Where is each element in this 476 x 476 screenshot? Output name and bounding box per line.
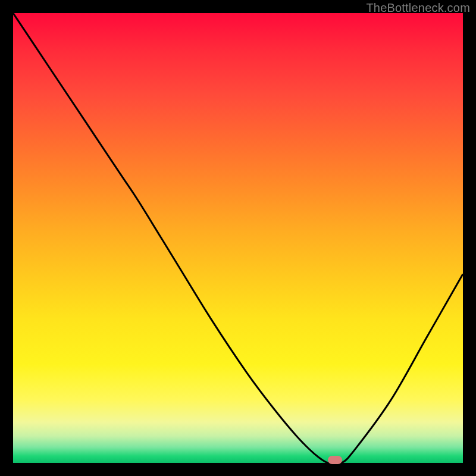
- plot-area: [13, 13, 463, 463]
- bottleneck-curve: [13, 13, 463, 463]
- minimum-marker-pill: [328, 456, 342, 464]
- chart-frame: TheBottleneck.com: [0, 0, 476, 476]
- curve-path: [13, 13, 463, 463]
